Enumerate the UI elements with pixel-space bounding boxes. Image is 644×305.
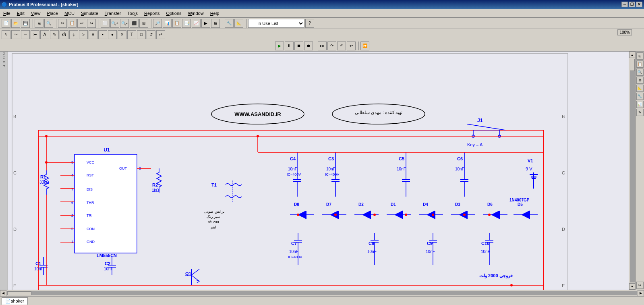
step-back-button[interactable]: ↶: [337, 41, 346, 50]
bom-button[interactable]: 📑: [182, 19, 191, 28]
menu-place[interactable]: Place: [43, 10, 61, 17]
open-button[interactable]: 📂: [11, 19, 20, 28]
play-button[interactable]: ▶: [275, 41, 284, 50]
tb2-junction[interactable]: ●: [108, 30, 117, 39]
rp-scissors[interactable]: ✂: [636, 282, 644, 289]
svg-text:IC=400V: IC=400V: [325, 172, 339, 176]
sim-button[interactable]: ▶: [201, 19, 210, 28]
close-button[interactable]: ✕: [636, 2, 642, 7]
pcb-button[interactable]: 🔧: [225, 19, 234, 28]
tb2-power[interactable]: ⏻: [60, 30, 68, 39]
zoom-out-button[interactable]: 🔍-: [120, 19, 129, 28]
tb2-port[interactable]: ▷: [79, 30, 88, 39]
menu-file[interactable]: File: [0, 10, 14, 17]
app-icon: 🔵: [2, 2, 7, 7]
new-button[interactable]: 📄: [2, 19, 10, 28]
menu-reports[interactable]: Reports: [141, 10, 163, 17]
sep1: [31, 19, 33, 28]
schematic-tab[interactable]: 📄 shoker: [2, 297, 28, 305]
tb2-pin[interactable]: ⊢: [31, 30, 39, 39]
record-button[interactable]: ⏺: [304, 41, 313, 50]
tb2-text[interactable]: T: [127, 30, 136, 39]
svg-text:TRI: TRI: [87, 214, 93, 218]
scroll-up-button[interactable]: ▲: [629, 52, 636, 58]
redo-button[interactable]: ↪: [87, 19, 96, 28]
tb2-bus[interactable]: ═: [21, 30, 30, 39]
layout-button[interactable]: 📐: [234, 19, 243, 28]
step-over-button[interactable]: ↷: [327, 41, 336, 50]
zoom-all-button[interactable]: ⊞: [139, 19, 148, 28]
scroll-right-button[interactable]: ▶: [638, 290, 644, 297]
menu-tools[interactable]: Tools: [124, 10, 141, 17]
tb2-ground[interactable]: ⏚: [69, 30, 78, 39]
scroll-left-button[interactable]: ◀: [0, 290, 6, 297]
netlist-button[interactable]: 📋: [172, 19, 181, 28]
in-use-dropdown[interactable]: --- In Use List ---: [248, 19, 304, 28]
rp-btn7[interactable]: 📊: [636, 101, 644, 108]
svg-text:C4: C4: [290, 156, 296, 161]
fast-forward-button[interactable]: ⏩: [360, 41, 369, 50]
tb2-flip[interactable]: ⇄: [156, 30, 165, 39]
svg-point-199: [463, 214, 466, 216]
svg-text:تهیه کننده : مهدی سلطانی: تهیه کننده : مهدی سلطانی: [355, 110, 402, 115]
tb2-misc[interactable]: ≡: [89, 30, 97, 39]
graph-button[interactable]: 📈: [192, 19, 201, 28]
zoom-fit-button[interactable]: 🔍: [44, 19, 53, 28]
tb2-rotate[interactable]: ↺: [147, 30, 155, 39]
scroll-track-h[interactable]: [7, 291, 637, 295]
step-out-button[interactable]: ↩: [347, 41, 356, 50]
tb2-netname[interactable]: ✎: [50, 30, 59, 39]
undo-button[interactable]: ↩: [77, 19, 86, 28]
svg-text:10nF: 10nF: [481, 249, 490, 254]
menu-options[interactable]: Options: [163, 10, 185, 17]
horizontal-scrollbar[interactable]: ◀ ▶: [0, 290, 644, 296]
menu-mcu[interactable]: MCU: [61, 10, 78, 17]
scroll-track-v[interactable]: [630, 59, 635, 282]
menu-help[interactable]: Help: [207, 10, 223, 17]
rp-btn2[interactable]: 📋: [636, 60, 644, 68]
rp-btn6[interactable]: 🔧: [636, 93, 644, 100]
menu-edit[interactable]: Edit: [14, 10, 28, 17]
cut-button[interactable]: ✂: [58, 19, 67, 28]
help-button[interactable]: ?: [305, 19, 314, 28]
menu-transfer[interactable]: Transfer: [101, 10, 124, 17]
virt-button[interactable]: 🖥: [211, 19, 220, 28]
step-button[interactable]: ⏭: [318, 41, 327, 50]
tb2-wire[interactable]: 〰: [11, 30, 20, 39]
svg-point-197: [405, 214, 407, 216]
rp-btn3[interactable]: 🔍: [636, 68, 644, 76]
tb2-label[interactable]: A: [40, 30, 49, 39]
save-button[interactable]: 💾: [21, 19, 30, 28]
canvas-area[interactable]: B C D E B C D E WWW.ASANDID.IR تهیه کنند…: [8, 52, 629, 290]
prop-button[interactable]: 📊: [163, 19, 172, 28]
print-button[interactable]: 🖨: [35, 19, 43, 28]
svg-text:C3: C3: [328, 156, 334, 161]
stop-button[interactable]: ⏹: [294, 41, 303, 50]
block-button[interactable]: ⬜: [101, 19, 110, 28]
rp-btn1[interactable]: ⊞: [636, 52, 644, 60]
menu-view[interactable]: View: [28, 10, 44, 17]
pause-button[interactable]: ⏸: [285, 41, 294, 50]
rp-btn4[interactable]: ⚙: [636, 77, 644, 84]
zoom-area-button[interactable]: ⬛: [130, 19, 139, 28]
tb2-select[interactable]: ↖: [2, 30, 10, 39]
minimize-button[interactable]: ─: [621, 2, 628, 7]
vertical-scrollbar[interactable]: ▲ ▼: [629, 52, 635, 290]
restore-button[interactable]: ❐: [629, 2, 635, 7]
tb2-noconn[interactable]: ✕: [118, 30, 126, 39]
rp-btn8[interactable]: ✎: [636, 109, 644, 116]
rp-btn5[interactable]: 📐: [636, 85, 644, 92]
scroll-thumb-h[interactable]: [7, 291, 31, 295]
copy-button[interactable]: 📋: [68, 19, 77, 28]
svg-text:D: D: [13, 227, 17, 232]
scroll-thumb-v[interactable]: [630, 59, 635, 71]
scroll-down-button[interactable]: ▼: [629, 283, 636, 290]
menu-window[interactable]: Window: [185, 10, 207, 17]
zoom-in-button[interactable]: 🔍+: [110, 19, 119, 28]
sim-toolbar: ▶ ⏸ ⏹ ⏺ ⏭ ↷ ↶ ↩ ⏩: [0, 40, 644, 52]
svg-text:WWW.ASANDID.IR: WWW.ASANDID.IR: [234, 111, 281, 117]
find-button[interactable]: 🔎: [153, 19, 162, 28]
tb2-box[interactable]: □: [137, 30, 146, 39]
tb2-misc2[interactable]: ▪: [98, 30, 107, 39]
menu-simulate[interactable]: Simulate: [78, 10, 101, 17]
